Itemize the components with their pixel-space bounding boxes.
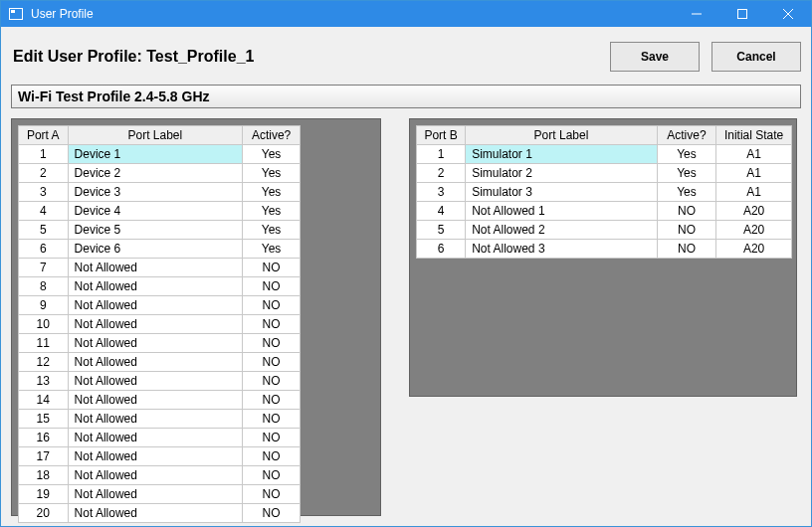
table-row[interactable]: 13Not AllowedNO — [19, 372, 301, 391]
port-a-cell-active[interactable]: Yes — [243, 164, 301, 183]
minimize-button[interactable] — [674, 1, 719, 27]
titlebar[interactable]: User Profile — [1, 1, 811, 27]
port-a-cell-active[interactable]: NO — [243, 485, 301, 504]
port-a-cell-label[interactable]: Device 5 — [68, 221, 243, 240]
port-a-cell-label[interactable]: Device 6 — [68, 240, 243, 259]
table-row[interactable]: 5Device 5Yes — [19, 221, 301, 240]
port-a-cell-index[interactable]: 11 — [19, 334, 69, 353]
port-b-cell-active[interactable]: NO — [657, 240, 715, 259]
port-a-cell-label[interactable]: Not Allowed — [68, 485, 243, 504]
port-a-cell-label[interactable]: Not Allowed — [68, 353, 243, 372]
port-a-cell-index[interactable]: 18 — [19, 466, 69, 485]
port-a-cell-label[interactable]: Not Allowed — [68, 334, 243, 353]
port-a-cell-index[interactable]: 9 — [19, 296, 69, 315]
port-a-cell-label[interactable]: Not Allowed — [68, 466, 243, 485]
port-b-cell-label[interactable]: Simulator 3 — [466, 183, 658, 202]
port-b-cell-active[interactable]: Yes — [657, 183, 715, 202]
port-b-cell-initial[interactable]: A20 — [716, 240, 792, 259]
port-a-cell-label[interactable]: Not Allowed — [68, 410, 243, 429]
port-a-cell-active[interactable]: NO — [243, 391, 301, 410]
port-a-cell-active[interactable]: NO — [243, 334, 301, 353]
port-a-cell-active[interactable]: NO — [243, 466, 301, 485]
port-a-header-label[interactable]: Port Label — [68, 126, 243, 145]
port-b-cell-initial[interactable]: A1 — [716, 164, 792, 183]
port-a-cell-index[interactable]: 12 — [19, 353, 69, 372]
table-row[interactable]: 20Not AllowedNO — [19, 504, 301, 523]
cancel-button[interactable]: Cancel — [711, 42, 801, 72]
port-b-cell-index[interactable]: 1 — [417, 145, 466, 164]
table-row[interactable]: 8Not AllowedNO — [19, 277, 301, 296]
port-a-cell-label[interactable]: Device 4 — [68, 202, 243, 221]
port-a-cell-index[interactable]: 10 — [19, 315, 69, 334]
port-a-cell-label[interactable]: Not Allowed — [68, 391, 243, 410]
close-button[interactable] — [765, 1, 811, 27]
port-a-cell-index[interactable]: 5 — [19, 221, 69, 240]
maximize-button[interactable] — [719, 1, 765, 27]
port-a-cell-label[interactable]: Not Allowed — [68, 296, 243, 315]
table-row[interactable]: 4Not Allowed 1NOA20 — [417, 202, 792, 221]
table-row[interactable]: 1Simulator 1YesA1 — [417, 145, 792, 164]
port-a-cell-label[interactable]: Not Allowed — [68, 315, 243, 334]
port-a-cell-index[interactable]: 4 — [19, 202, 69, 221]
port-b-cell-index[interactable]: 2 — [417, 164, 466, 183]
port-a-cell-active[interactable]: Yes — [243, 202, 301, 221]
port-a-cell-index[interactable]: 14 — [19, 391, 69, 410]
port-b-cell-label[interactable]: Simulator 1 — [466, 145, 658, 164]
port-a-cell-label[interactable]: Not Allowed — [68, 277, 243, 296]
port-a-header-active[interactable]: Active? — [243, 126, 301, 145]
port-a-cell-index[interactable]: 8 — [19, 277, 69, 296]
port-a-cell-active[interactable]: NO — [243, 315, 301, 334]
table-row[interactable]: 17Not AllowedNO — [19, 447, 301, 466]
port-a-cell-index[interactable]: 19 — [19, 485, 69, 504]
port-b-cell-index[interactable]: 5 — [417, 221, 466, 240]
table-row[interactable]: 6Not Allowed 3NOA20 — [417, 240, 792, 259]
port-a-cell-active[interactable]: NO — [243, 410, 301, 429]
port-b-cell-active[interactable]: NO — [657, 202, 715, 221]
table-row[interactable]: 3Device 3Yes — [19, 183, 301, 202]
port-b-cell-label[interactable]: Not Allowed 1 — [466, 202, 658, 221]
port-a-cell-active[interactable]: NO — [243, 259, 301, 277]
port-a-cell-active[interactable]: Yes — [243, 240, 301, 259]
table-row[interactable]: 12Not AllowedNO — [19, 353, 301, 372]
port-a-cell-index[interactable]: 13 — [19, 372, 69, 391]
port-a-cell-active[interactable]: NO — [243, 296, 301, 315]
port-a-table[interactable]: Port A Port Label Active? 1Device 1Yes2D… — [18, 125, 301, 523]
table-row[interactable]: 18Not AllowedNO — [19, 466, 301, 485]
port-b-cell-label[interactable]: Not Allowed 3 — [466, 240, 658, 259]
save-button[interactable]: Save — [610, 42, 700, 72]
table-row[interactable]: 19Not AllowedNO — [19, 485, 301, 504]
port-b-cell-label[interactable]: Simulator 2 — [466, 164, 658, 183]
table-row[interactable]: 16Not AllowedNO — [19, 429, 301, 447]
port-b-table[interactable]: Port B Port Label Active? Initial State … — [416, 125, 792, 259]
port-a-cell-label[interactable]: Device 1 — [68, 145, 243, 164]
port-a-cell-active[interactable]: NO — [243, 353, 301, 372]
port-b-cell-label[interactable]: Not Allowed 2 — [466, 221, 658, 240]
table-row[interactable]: 5Not Allowed 2NOA20 — [417, 221, 792, 240]
port-b-header-initial[interactable]: Initial State — [716, 126, 792, 145]
table-row[interactable]: 3Simulator 3YesA1 — [417, 183, 792, 202]
table-row[interactable]: 4Device 4Yes — [19, 202, 301, 221]
table-row[interactable]: 10Not AllowedNO — [19, 315, 301, 334]
table-row[interactable]: 15Not AllowedNO — [19, 410, 301, 429]
port-a-cell-label[interactable]: Not Allowed — [68, 372, 243, 391]
port-a-cell-active[interactable]: Yes — [243, 183, 301, 202]
port-a-cell-label[interactable]: Device 3 — [68, 183, 243, 202]
port-a-cell-label[interactable]: Not Allowed — [68, 447, 243, 466]
port-a-cell-index[interactable]: 3 — [19, 183, 69, 202]
port-b-cell-index[interactable]: 6 — [417, 240, 466, 259]
port-b-header-active[interactable]: Active? — [657, 126, 715, 145]
port-b-header-label[interactable]: Port Label — [466, 126, 658, 145]
port-a-cell-index[interactable]: 17 — [19, 447, 69, 466]
table-row[interactable]: 9Not AllowedNO — [19, 296, 301, 315]
port-a-cell-index[interactable]: 16 — [19, 429, 69, 447]
table-row[interactable]: 11Not AllowedNO — [19, 334, 301, 353]
port-b-cell-index[interactable]: 3 — [417, 183, 466, 202]
table-row[interactable]: 6Device 6Yes — [19, 240, 301, 259]
table-row[interactable]: 14Not AllowedNO — [19, 391, 301, 410]
port-a-cell-index[interactable]: 6 — [19, 240, 69, 259]
port-a-cell-label[interactable]: Not Allowed — [68, 504, 243, 523]
port-a-cell-index[interactable]: 1 — [19, 145, 69, 164]
port-a-cell-label[interactable]: Not Allowed — [68, 259, 243, 277]
port-a-cell-index[interactable]: 15 — [19, 410, 69, 429]
port-b-cell-initial[interactable]: A1 — [716, 145, 792, 164]
